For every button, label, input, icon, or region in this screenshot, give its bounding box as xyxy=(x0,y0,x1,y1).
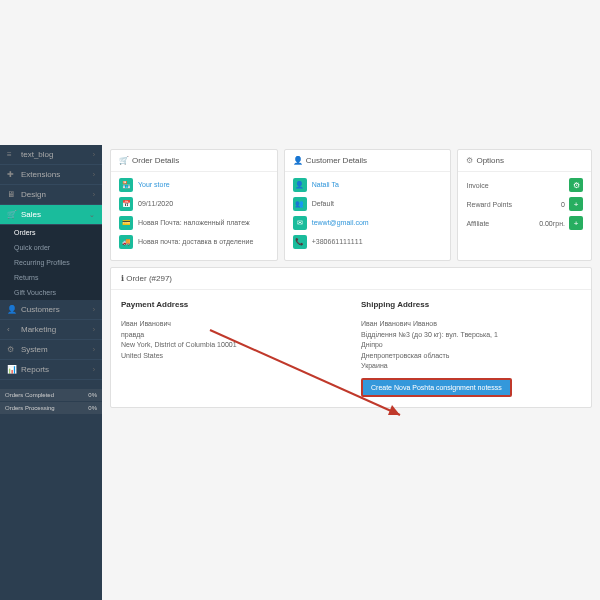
mail-icon: ✉ xyxy=(293,216,307,230)
affiliate-label: Affiliate xyxy=(466,220,531,227)
chevron-right-icon: › xyxy=(93,346,95,353)
sidebar-item-reports[interactable]: 📊Reports› xyxy=(0,360,102,380)
sidebar-sub-recurring[interactable]: Recurring Profiles xyxy=(0,255,102,270)
chevron-right-icon: › xyxy=(93,191,95,198)
customer-details-panel: 👤Customer Details 👤Natali Ta 👥Default ✉t… xyxy=(284,149,452,261)
payment-icon: 💳 xyxy=(119,216,133,230)
sidebar-item-customers[interactable]: 👤Customers› xyxy=(0,300,102,320)
sidebar-item-system[interactable]: ⚙System› xyxy=(0,340,102,360)
customer-phone: +380661111111 xyxy=(312,237,363,246)
chevron-right-icon: › xyxy=(93,151,95,158)
sidebar-item-marketing[interactable]: ‹Marketing› xyxy=(0,320,102,340)
stat-orders-completed: Orders Completed0% xyxy=(0,389,102,401)
chevron-right-icon: › xyxy=(93,326,95,333)
store-icon: 🏪 xyxy=(119,178,133,192)
order-card: ℹ Order (#297) Payment Address Иван Иван… xyxy=(110,267,592,408)
addr-line: Украина xyxy=(361,361,581,372)
gear-icon: ⚙ xyxy=(7,345,17,354)
gear-icon: ⚙ xyxy=(466,156,473,165)
store-link[interactable]: Your store xyxy=(138,180,170,189)
chevron-down-icon: ⌄ xyxy=(89,211,95,219)
info-icon: ℹ xyxy=(121,274,124,283)
order-date: 09/11/2020 xyxy=(138,199,173,208)
addr-line: Днепропетровская область xyxy=(361,351,581,362)
invoice-label: Invoice xyxy=(466,182,531,189)
user-icon: 👤 xyxy=(293,178,307,192)
group-icon: 👥 xyxy=(293,197,307,211)
user-icon: 👤 xyxy=(293,156,303,165)
shipping-address-heading: Shipping Address xyxy=(361,300,581,309)
sidebar-sub-quickorder[interactable]: Quick order xyxy=(0,240,102,255)
shipping-icon: 🚚 xyxy=(119,235,133,249)
sidebar: ≡text_blog› ✚Extensions› 🖥Design› 🛒Sales… xyxy=(0,145,102,600)
cart-icon: 🛒 xyxy=(7,210,17,219)
affiliate-val: 0.00грн. xyxy=(535,220,565,227)
addr-line: правда xyxy=(121,330,341,341)
affiliate-add-button[interactable]: + xyxy=(569,216,583,230)
user-icon: 👤 xyxy=(7,305,17,314)
list-icon: ≡ xyxy=(7,150,17,159)
chart-icon: 📊 xyxy=(7,365,17,374)
addr-line: New York, District of Columbia 10001 xyxy=(121,340,341,351)
panel-title: Order Details xyxy=(132,156,179,165)
payment-address-block: Payment Address Иван Иванович правда New… xyxy=(121,300,341,397)
sidebar-sub-returns[interactable]: Returns xyxy=(0,270,102,285)
customer-name[interactable]: Natali Ta xyxy=(312,180,339,189)
customer-group: Default xyxy=(312,199,334,208)
payment-method: Новая Почта: наложенный платеж xyxy=(138,218,250,227)
panel-title: Customer Details xyxy=(306,156,367,165)
addr-line: United States xyxy=(121,351,341,362)
calendar-icon: 📅 xyxy=(119,197,133,211)
addr-line: Відділення №3 (до 30 кг): вул. Тверська,… xyxy=(361,330,581,341)
order-id-title: Order (#297) xyxy=(126,274,172,283)
sidebar-item-extensions[interactable]: ✚Extensions› xyxy=(0,165,102,185)
chevron-right-icon: › xyxy=(93,171,95,178)
addr-line: Иван Иванович xyxy=(121,319,341,330)
chevron-right-icon: › xyxy=(93,366,95,373)
sidebar-item-design[interactable]: 🖥Design› xyxy=(0,185,102,205)
create-nova-poshta-button[interactable]: Create Nova Poshta consignment notesss xyxy=(361,378,512,397)
desktop-icon: 🖥 xyxy=(7,190,17,199)
payment-address-heading: Payment Address xyxy=(121,300,341,309)
reward-label: Reward Points xyxy=(466,201,531,208)
main-content: 🛒Order Details 🏪Your store 📅09/11/2020 💳… xyxy=(102,145,600,600)
sidebar-item-textblog[interactable]: ≡text_blog› xyxy=(0,145,102,165)
options-panel: ⚙Options Invoice⚙ Reward Points0+ Affili… xyxy=(457,149,592,261)
shipping-method: Новая почта: доставка в отделение xyxy=(138,237,253,246)
invoice-generate-button[interactable]: ⚙ xyxy=(569,178,583,192)
reward-val: 0 xyxy=(535,201,565,208)
cart-icon: 🛒 xyxy=(119,156,129,165)
puzzle-icon: ✚ xyxy=(7,170,17,179)
shipping-address-block: Shipping Address Иван Иванович Иванов Ві… xyxy=(361,300,581,397)
share-icon: ‹ xyxy=(7,325,17,334)
stat-orders-processing: Orders Processing0% xyxy=(0,402,102,414)
phone-icon: 📞 xyxy=(293,235,307,249)
reward-add-button[interactable]: + xyxy=(569,197,583,211)
sidebar-sub-gift[interactable]: Gift Vouchers xyxy=(0,285,102,300)
addr-line: Иван Иванович Иванов xyxy=(361,319,581,330)
chevron-right-icon: › xyxy=(93,306,95,313)
sidebar-sub-orders[interactable]: Orders xyxy=(0,225,102,240)
order-details-panel: 🛒Order Details 🏪Your store 📅09/11/2020 💳… xyxy=(110,149,278,261)
customer-email[interactable]: tewwt@gmail.com xyxy=(312,218,369,227)
addr-line: Дніпро xyxy=(361,340,581,351)
panel-title: Options xyxy=(476,156,504,165)
sidebar-item-sales[interactable]: 🛒Sales⌄ xyxy=(0,205,102,225)
